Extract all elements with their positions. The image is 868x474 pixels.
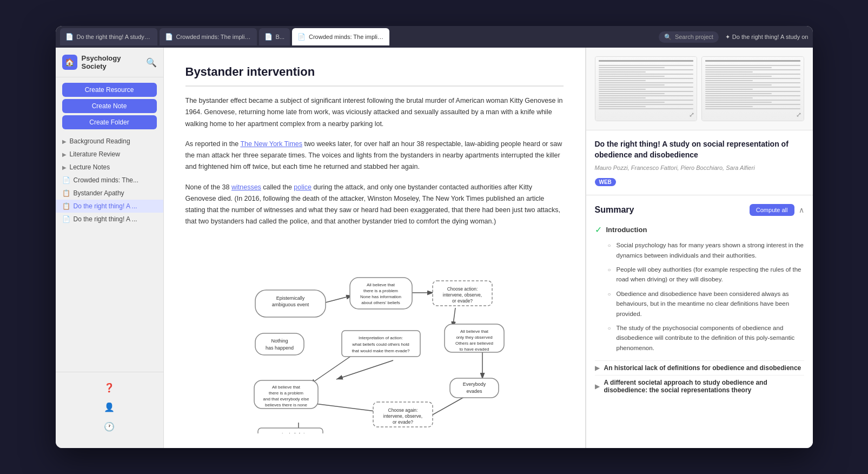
pdf-thumb-1[interactable]: ⤢ <box>595 56 698 121</box>
sidebar-header: 🏠 Psychology Society 🔍 <box>56 54 163 77</box>
bullet-item-2: People will obey authorities (for exampl… <box>608 265 804 285</box>
tab-2[interactable]: 📄 Crowded minds: The implicit bystander … <box>160 28 257 45</box>
paper-info: Do the right thing! A study on social re… <box>586 130 813 195</box>
sidebar: 🏠 Psychology Society 🔍 Create Resource C… <box>56 48 164 448</box>
flowchart-svg: Epistemically ambiguous event All believ… <box>228 239 520 433</box>
nyt-link-1[interactable]: The New York Times <box>240 140 302 148</box>
paper-badge: WEB <box>595 178 616 186</box>
tab-4-icon: 📄 <box>297 33 306 41</box>
app-window: 📄 Do the right thing! A study on social … <box>56 26 813 448</box>
tab-2-icon: 📄 <box>165 33 173 41</box>
pdf-line <box>599 91 694 92</box>
svg-text:intervene, observe,: intervene, observe, <box>383 413 422 419</box>
svg-text:intervene, observe,: intervene, observe, <box>443 292 482 298</box>
chevron-icon: ▶ <box>595 383 600 390</box>
pdf-line <box>599 84 665 85</box>
svg-text:All believe that: All believe that <box>272 385 301 390</box>
summary-intro-section[interactable]: ✓ Introduction <box>595 225 804 235</box>
pdf-line <box>599 95 694 96</box>
svg-text:to have evaded: to have evaded <box>460 347 489 352</box>
sidebar-item-label: Lecture Notes <box>70 163 110 171</box>
sidebar-item-lecture-notes[interactable]: ▶ Lecture Notes <box>56 161 163 174</box>
sidebar-bottom: ❓ 👤 🕐 <box>56 372 163 442</box>
pdf-line <box>599 76 665 77</box>
sidebar-search-icon[interactable]: 🔍 <box>146 57 157 68</box>
create-resource-button[interactable]: Create Resource <box>62 83 157 97</box>
expand-icon[interactable]: ⤢ <box>689 111 694 119</box>
paragraph-1: The bystander effect became a subject of… <box>185 95 564 130</box>
pdf-line <box>599 102 665 103</box>
pdf-line <box>705 84 772 85</box>
pdf-line <box>705 76 772 77</box>
project-name: Psychology Society <box>82 54 142 70</box>
pdf-line <box>599 108 694 109</box>
tab-1-label: Do the right thing! A study on social re… <box>77 34 152 40</box>
chevron-icon: ▶ <box>62 164 67 170</box>
search-bar[interactable]: 🔍 Search project <box>659 31 719 43</box>
sidebar-item-literature-review[interactable]: ▶ Literature Review <box>56 148 163 161</box>
tab-1[interactable]: 📄 Do the right thing! A study on social … <box>60 28 157 45</box>
svg-text:or evade?: or evade? <box>393 419 413 425</box>
police-link[interactable]: police <box>294 183 312 191</box>
pdf-line <box>599 100 694 101</box>
svg-text:or evade?: or evade? <box>452 298 473 304</box>
breadcrumb-right: ✦ Do the right thing! A study on <box>725 34 809 41</box>
subsection-1-label: An historical lack of definitions for ob… <box>604 364 801 372</box>
svg-text:Others are believed: Others are believed <box>455 341 493 346</box>
right-panel: ⤢ <box>586 48 813 448</box>
pdf-line <box>705 74 800 75</box>
bullet-item-1: Social psychology has for many years sho… <box>608 240 804 260</box>
pdf-line <box>599 106 646 107</box>
svg-text:and that everybody else: and that everybody else <box>263 397 309 401</box>
summary-section: Summary Compute all ∧ ✓ Introduction Soc… <box>586 195 813 448</box>
pdf-line <box>705 97 753 98</box>
svg-rect-22 <box>255 333 304 355</box>
tab-2-label: Crowded minds: The implicit bystander e.… <box>176 34 251 40</box>
pdf-line <box>599 82 694 83</box>
svg-text:only they observed: only they observed <box>456 335 492 340</box>
svg-text:None has information: None has information <box>360 294 401 299</box>
witnesses-link[interactable]: witnesses <box>231 183 261 191</box>
svg-text:Interpretation of action:: Interpretation of action: <box>359 335 403 340</box>
pdf-line <box>705 78 800 79</box>
svg-text:Choose action:: Choose action: <box>447 286 478 292</box>
tab-3[interactable]: 📄 B... <box>259 28 290 45</box>
sidebar-item-do-right-thing-2[interactable]: 📄 Do the right thing! A ... <box>56 213 163 226</box>
pdf-line <box>599 80 646 81</box>
compute-all-button[interactable]: Compute all <box>750 204 794 216</box>
sidebar-item-crowded-minds[interactable]: 📄 Crowded minds: The... <box>56 174 163 187</box>
sidebar-item-do-right-thing-1[interactable]: 📋 Do the right thing! A ... <box>56 200 163 213</box>
sidebar-item-background-reading[interactable]: ▶ Background Reading <box>56 135 163 148</box>
paragraph-2: As reported in the The New York Times tw… <box>185 139 564 173</box>
svg-text:has happend: has happend <box>266 345 294 351</box>
sidebar-item-label: Literature Review <box>70 150 120 158</box>
paper-title: Do the right thing! A study on social re… <box>595 139 804 160</box>
summary-subsection-2[interactable]: ▶ A different societal approach to study… <box>595 375 804 397</box>
home-icon[interactable]: 🏠 <box>62 55 77 70</box>
tab-3-icon: 📄 <box>264 33 273 41</box>
create-note-button[interactable]: Create Note <box>62 99 157 113</box>
check-icon: ✓ <box>595 225 602 235</box>
doc-icon-red: 📄 <box>62 176 70 184</box>
pdf-line <box>599 60 694 62</box>
svg-line-7 <box>315 404 380 412</box>
summary-subsection-1[interactable]: ▶ An historical lack of definitions for … <box>595 360 804 375</box>
svg-text:Everybody: Everybody <box>463 381 486 387</box>
pdf-line <box>705 87 800 88</box>
help-button[interactable]: ❓ <box>101 379 118 396</box>
pdf-line <box>705 106 753 107</box>
profile-button[interactable]: 👤 <box>101 398 118 416</box>
tab-4[interactable]: 📄 Crowded minds: The implicit bystander … <box>292 28 389 45</box>
collapse-summary-button[interactable]: ∧ <box>799 206 804 214</box>
expand-icon[interactable]: ⤢ <box>796 111 801 119</box>
create-folder-button[interactable]: Create Folder <box>62 115 157 129</box>
history-button[interactable]: 🕐 <box>101 418 118 435</box>
sidebar-item-label: Do the right thing! A ... <box>74 215 137 223</box>
sidebar-item-bystander-apathy[interactable]: 📋 Bystander Apathy <box>56 187 163 200</box>
pdf-line <box>599 78 694 79</box>
svg-text:evades: evades <box>466 389 482 394</box>
tab-bar: 📄 Do the right thing! A study on social … <box>56 26 813 48</box>
svg-text:Nothing: Nothing <box>271 338 288 344</box>
pdf-thumb-2[interactable]: ⤢ <box>701 56 804 121</box>
flowchart: Epistemically ambiguous event All believ… <box>185 239 564 433</box>
